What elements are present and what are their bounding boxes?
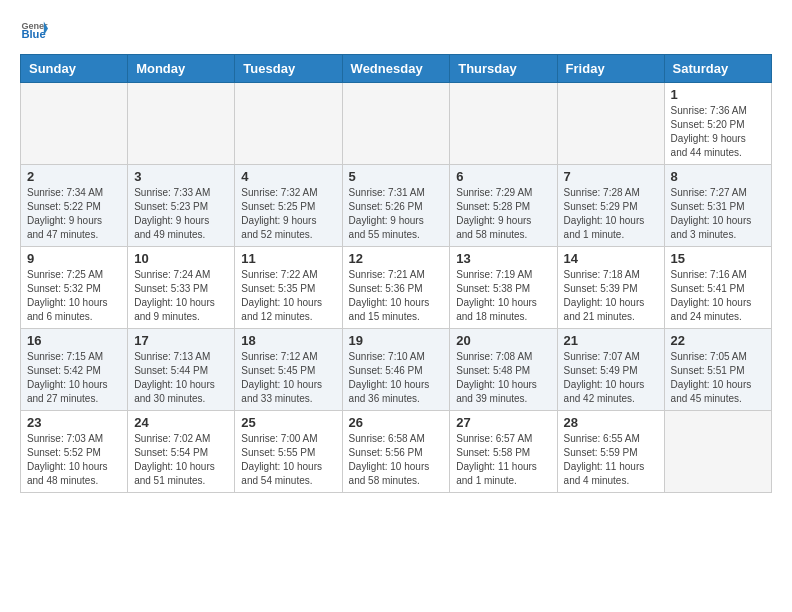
day-number: 16 — [27, 333, 121, 348]
day-number: 21 — [564, 333, 658, 348]
day-info: Sunrise: 7:15 AM Sunset: 5:42 PM Dayligh… — [27, 350, 121, 406]
day-info: Sunrise: 7:02 AM Sunset: 5:54 PM Dayligh… — [134, 432, 228, 488]
day-number: 24 — [134, 415, 228, 430]
day-info: Sunrise: 7:34 AM Sunset: 5:22 PM Dayligh… — [27, 186, 121, 242]
day-number: 7 — [564, 169, 658, 184]
calendar-cell: 14Sunrise: 7:18 AM Sunset: 5:39 PM Dayli… — [557, 247, 664, 329]
calendar-week-row: 9Sunrise: 7:25 AM Sunset: 5:32 PM Daylig… — [21, 247, 772, 329]
day-number: 11 — [241, 251, 335, 266]
day-info: Sunrise: 7:10 AM Sunset: 5:46 PM Dayligh… — [349, 350, 444, 406]
day-number: 1 — [671, 87, 765, 102]
weekday-header-wednesday: Wednesday — [342, 55, 450, 83]
logo-icon: General Blue — [20, 16, 48, 44]
calendar-cell: 7Sunrise: 7:28 AM Sunset: 5:29 PM Daylig… — [557, 165, 664, 247]
day-info: Sunrise: 7:22 AM Sunset: 5:35 PM Dayligh… — [241, 268, 335, 324]
calendar-cell: 16Sunrise: 7:15 AM Sunset: 5:42 PM Dayli… — [21, 329, 128, 411]
weekday-header-tuesday: Tuesday — [235, 55, 342, 83]
calendar-cell: 23Sunrise: 7:03 AM Sunset: 5:52 PM Dayli… — [21, 411, 128, 493]
day-info: Sunrise: 7:27 AM Sunset: 5:31 PM Dayligh… — [671, 186, 765, 242]
day-info: Sunrise: 7:16 AM Sunset: 5:41 PM Dayligh… — [671, 268, 765, 324]
day-number: 3 — [134, 169, 228, 184]
calendar-cell: 6Sunrise: 7:29 AM Sunset: 5:28 PM Daylig… — [450, 165, 557, 247]
day-info: Sunrise: 7:24 AM Sunset: 5:33 PM Dayligh… — [134, 268, 228, 324]
day-info: Sunrise: 7:08 AM Sunset: 5:48 PM Dayligh… — [456, 350, 550, 406]
day-info: Sunrise: 6:58 AM Sunset: 5:56 PM Dayligh… — [349, 432, 444, 488]
day-info: Sunrise: 7:19 AM Sunset: 5:38 PM Dayligh… — [456, 268, 550, 324]
calendar-cell: 27Sunrise: 6:57 AM Sunset: 5:58 PM Dayli… — [450, 411, 557, 493]
calendar-week-row: 23Sunrise: 7:03 AM Sunset: 5:52 PM Dayli… — [21, 411, 772, 493]
calendar-cell: 22Sunrise: 7:05 AM Sunset: 5:51 PM Dayli… — [664, 329, 771, 411]
day-info: Sunrise: 6:55 AM Sunset: 5:59 PM Dayligh… — [564, 432, 658, 488]
calendar-cell — [450, 83, 557, 165]
day-number: 12 — [349, 251, 444, 266]
calendar-cell: 13Sunrise: 7:19 AM Sunset: 5:38 PM Dayli… — [450, 247, 557, 329]
day-number: 5 — [349, 169, 444, 184]
day-number: 10 — [134, 251, 228, 266]
calendar-cell — [21, 83, 128, 165]
day-info: Sunrise: 7:29 AM Sunset: 5:28 PM Dayligh… — [456, 186, 550, 242]
calendar-cell: 5Sunrise: 7:31 AM Sunset: 5:26 PM Daylig… — [342, 165, 450, 247]
calendar-cell: 24Sunrise: 7:02 AM Sunset: 5:54 PM Dayli… — [128, 411, 235, 493]
logo-area: General Blue — [20, 16, 52, 44]
calendar-cell: 21Sunrise: 7:07 AM Sunset: 5:49 PM Dayli… — [557, 329, 664, 411]
day-number: 8 — [671, 169, 765, 184]
day-number: 13 — [456, 251, 550, 266]
day-info: Sunrise: 7:18 AM Sunset: 5:39 PM Dayligh… — [564, 268, 658, 324]
weekday-header-sunday: Sunday — [21, 55, 128, 83]
weekday-header-friday: Friday — [557, 55, 664, 83]
day-number: 25 — [241, 415, 335, 430]
day-info: Sunrise: 7:28 AM Sunset: 5:29 PM Dayligh… — [564, 186, 658, 242]
svg-text:Blue: Blue — [21, 28, 45, 40]
day-number: 27 — [456, 415, 550, 430]
day-info: Sunrise: 7:03 AM Sunset: 5:52 PM Dayligh… — [27, 432, 121, 488]
day-number: 2 — [27, 169, 121, 184]
day-number: 14 — [564, 251, 658, 266]
calendar-cell: 9Sunrise: 7:25 AM Sunset: 5:32 PM Daylig… — [21, 247, 128, 329]
calendar-week-row: 16Sunrise: 7:15 AM Sunset: 5:42 PM Dayli… — [21, 329, 772, 411]
day-info: Sunrise: 7:00 AM Sunset: 5:55 PM Dayligh… — [241, 432, 335, 488]
weekday-header-monday: Monday — [128, 55, 235, 83]
calendar-table: SundayMondayTuesdayWednesdayThursdayFrid… — [20, 54, 772, 493]
calendar-cell — [557, 83, 664, 165]
calendar-cell: 12Sunrise: 7:21 AM Sunset: 5:36 PM Dayli… — [342, 247, 450, 329]
calendar-cell: 1Sunrise: 7:36 AM Sunset: 5:20 PM Daylig… — [664, 83, 771, 165]
calendar-cell: 28Sunrise: 6:55 AM Sunset: 5:59 PM Dayli… — [557, 411, 664, 493]
day-info: Sunrise: 6:57 AM Sunset: 5:58 PM Dayligh… — [456, 432, 550, 488]
calendar-cell — [342, 83, 450, 165]
calendar-cell: 8Sunrise: 7:27 AM Sunset: 5:31 PM Daylig… — [664, 165, 771, 247]
day-info: Sunrise: 7:05 AM Sunset: 5:51 PM Dayligh… — [671, 350, 765, 406]
calendar-cell: 11Sunrise: 7:22 AM Sunset: 5:35 PM Dayli… — [235, 247, 342, 329]
day-number: 22 — [671, 333, 765, 348]
page: General Blue SundayMondayTuesdayWednesda… — [0, 0, 792, 509]
day-number: 20 — [456, 333, 550, 348]
calendar-cell: 2Sunrise: 7:34 AM Sunset: 5:22 PM Daylig… — [21, 165, 128, 247]
day-number: 26 — [349, 415, 444, 430]
calendar-cell: 4Sunrise: 7:32 AM Sunset: 5:25 PM Daylig… — [235, 165, 342, 247]
day-info: Sunrise: 7:07 AM Sunset: 5:49 PM Dayligh… — [564, 350, 658, 406]
day-info: Sunrise: 7:13 AM Sunset: 5:44 PM Dayligh… — [134, 350, 228, 406]
day-number: 15 — [671, 251, 765, 266]
day-number: 18 — [241, 333, 335, 348]
header: General Blue — [20, 16, 772, 44]
calendar-cell: 15Sunrise: 7:16 AM Sunset: 5:41 PM Dayli… — [664, 247, 771, 329]
calendar-week-row: 1Sunrise: 7:36 AM Sunset: 5:20 PM Daylig… — [21, 83, 772, 165]
day-number: 19 — [349, 333, 444, 348]
calendar-cell: 17Sunrise: 7:13 AM Sunset: 5:44 PM Dayli… — [128, 329, 235, 411]
calendar-cell: 10Sunrise: 7:24 AM Sunset: 5:33 PM Dayli… — [128, 247, 235, 329]
day-info: Sunrise: 7:12 AM Sunset: 5:45 PM Dayligh… — [241, 350, 335, 406]
weekday-header-saturday: Saturday — [664, 55, 771, 83]
day-number: 17 — [134, 333, 228, 348]
calendar-cell: 20Sunrise: 7:08 AM Sunset: 5:48 PM Dayli… — [450, 329, 557, 411]
day-info: Sunrise: 7:21 AM Sunset: 5:36 PM Dayligh… — [349, 268, 444, 324]
calendar-cell: 25Sunrise: 7:00 AM Sunset: 5:55 PM Dayli… — [235, 411, 342, 493]
calendar-cell: 3Sunrise: 7:33 AM Sunset: 5:23 PM Daylig… — [128, 165, 235, 247]
weekday-header-thursday: Thursday — [450, 55, 557, 83]
weekday-header-row: SundayMondayTuesdayWednesdayThursdayFrid… — [21, 55, 772, 83]
day-info: Sunrise: 7:36 AM Sunset: 5:20 PM Dayligh… — [671, 104, 765, 160]
day-info: Sunrise: 7:31 AM Sunset: 5:26 PM Dayligh… — [349, 186, 444, 242]
calendar-week-row: 2Sunrise: 7:34 AM Sunset: 5:22 PM Daylig… — [21, 165, 772, 247]
day-info: Sunrise: 7:32 AM Sunset: 5:25 PM Dayligh… — [241, 186, 335, 242]
day-number: 4 — [241, 169, 335, 184]
calendar-cell: 19Sunrise: 7:10 AM Sunset: 5:46 PM Dayli… — [342, 329, 450, 411]
calendar-cell — [128, 83, 235, 165]
